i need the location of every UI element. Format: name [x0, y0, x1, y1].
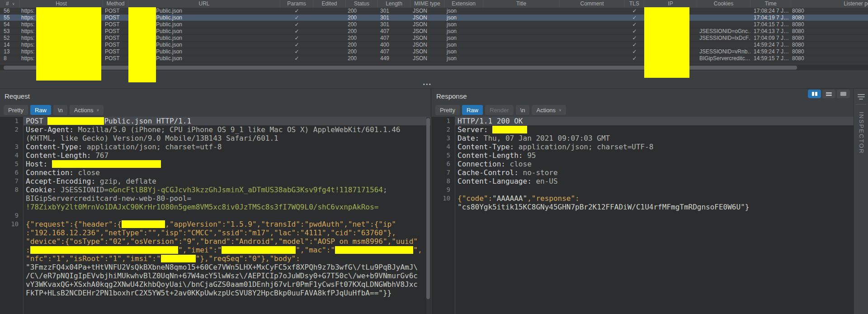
- editor-line: 3Date: Thu, 07 Jan 2021 09:07:03 GMT: [432, 134, 854, 143]
- line-content: Host:: [23, 160, 430, 168]
- column-header-cookies[interactable]: Cookies: [697, 0, 750, 8]
- column-header-status[interactable]: Status: [346, 0, 378, 8]
- cell-tls: ✓: [625, 48, 644, 55]
- cell-extension: json: [444, 35, 483, 42]
- cell-edited: [313, 35, 346, 42]
- column-header-url[interactable]: URL: [128, 0, 280, 8]
- cell-mime: JSON: [410, 55, 444, 62]
- response-tab-raw[interactable]: Raw: [462, 105, 483, 115]
- editor-line: 4Content-Length: 767: [0, 151, 430, 160]
- line-number: 4: [0, 151, 23, 160]
- response-tab-render[interactable]: Render: [485, 105, 514, 115]
- request-tab-raw[interactable]: Raw: [30, 105, 51, 115]
- column-header-time[interactable]: Time: [750, 0, 791, 8]
- response-tab-n[interactable]: \n: [516, 105, 530, 115]
- cell-params: ✓: [280, 21, 313, 28]
- inspector-menu-icon[interactable]: [858, 94, 865, 100]
- column-header-params[interactable]: Params: [280, 0, 313, 8]
- cell-extension: json: [444, 42, 483, 48]
- response-tab-pretty[interactable]: Pretty: [435, 105, 460, 115]
- cell-listener: 8080: [791, 28, 868, 35]
- request-tabs: PrettyRaw\nActions∨: [4, 105, 104, 115]
- cell-params: ✓: [280, 28, 313, 35]
- checkmark-icon: ✓: [632, 55, 637, 62]
- cell-time: 14:59:15 7 J…: [750, 55, 791, 62]
- cell-title: [483, 42, 560, 48]
- line-number: 4: [432, 143, 455, 151]
- cell-length: 407: [378, 35, 410, 42]
- request-panel-title: Request: [5, 92, 30, 100]
- response-panel-title: Response: [436, 92, 467, 100]
- cell-tls: ✓: [625, 21, 644, 28]
- line-number: 9: [0, 211, 23, 220]
- column-header-extension[interactable]: Extension: [444, 0, 483, 8]
- cell-method: POST: [103, 35, 128, 42]
- redaction-overlay: [335, 246, 413, 254]
- column-header-tls[interactable]: TLS: [625, 0, 644, 8]
- column-header-host[interactable]: Host: [20, 0, 103, 8]
- cell-tls: ✓: [625, 55, 644, 62]
- splitter-handle-icon[interactable]: •••: [423, 82, 432, 87]
- editor-line: 5Content-Length: 95: [432, 151, 854, 160]
- line-number: 5: [432, 151, 455, 160]
- cell-edited: [313, 14, 346, 21]
- cell-time: 17:04:15 7 J…: [750, 21, 791, 28]
- cell-num: 8: [0, 55, 20, 62]
- cell-comment: [560, 35, 625, 42]
- cell-mime: JSON: [410, 8, 444, 14]
- request-tab-n[interactable]: \n: [53, 105, 67, 115]
- line-number: 7: [0, 177, 23, 186]
- column-header-method[interactable]: Method: [103, 0, 128, 8]
- cell-comment: [560, 14, 625, 21]
- line-number: 3: [432, 134, 455, 143]
- line-content: Cookie: JSESSIONID=oGncFtlB8Yj-qCGJcvh3k…: [23, 186, 430, 211]
- column-header-length[interactable]: Length: [378, 0, 410, 8]
- cell-method: POST: [103, 14, 128, 21]
- cell-status: 200: [346, 48, 378, 55]
- checkmark-icon: ✓: [632, 48, 637, 55]
- column-header-mime[interactable]: MIME type: [410, 0, 444, 8]
- split-rows-view-button[interactable]: [822, 90, 835, 98]
- cell-listener: 8080: [791, 42, 868, 48]
- request-tab-actions[interactable]: Actions∨: [70, 105, 104, 115]
- editor-line: 10{"request":{"header":{,"appVersion":"1…: [0, 220, 430, 297]
- checkmark-icon: ✓: [294, 42, 299, 48]
- message-editors-area: Request PrettyRaw\nActions∨ 1POST Public…: [0, 88, 868, 314]
- editor-line: 2User-Agent: Mozilla/5.0 (iPhone; CPU iP…: [0, 125, 430, 143]
- request-editor[interactable]: 1POST Public.json HTTP/1.12User-Agent: M…: [0, 117, 430, 314]
- column-header-edited[interactable]: Edited: [313, 0, 346, 8]
- cell-method: POST: [103, 55, 128, 62]
- column-header-title[interactable]: Title: [483, 0, 560, 8]
- request-vertical-scrollbar-thumb[interactable]: [426, 118, 430, 299]
- single-pane-view-button[interactable]: [837, 90, 850, 98]
- cell-num: 53: [0, 28, 20, 35]
- cell-tls: ✓: [625, 28, 644, 35]
- column-header-ip[interactable]: IP: [644, 0, 697, 8]
- line-content: POST Public.json HTTP/1.1: [23, 117, 430, 125]
- cell-cookies: JSESSIONID=lxDcF…: [697, 35, 750, 42]
- response-tab-actions[interactable]: Actions∨: [532, 105, 566, 115]
- editor-line: 6Connection: close: [432, 160, 854, 168]
- response-tabs: PrettyRawRender\nActions∨: [435, 105, 566, 115]
- column-header-num[interactable]: #∨: [0, 0, 20, 8]
- request-vertical-scrollbar[interactable]: [426, 117, 430, 314]
- line-content: Server:: [455, 125, 854, 134]
- cell-params: ✓: [280, 55, 313, 62]
- line-content: Content-Language: en-US: [455, 177, 854, 186]
- column-header-listener[interactable]: Listener port: [791, 0, 868, 8]
- editor-line: 7Accept-Encoding: gzip, deflate: [0, 177, 430, 186]
- line-number: 6: [432, 160, 455, 168]
- cell-extension: json: [444, 8, 483, 14]
- cell-listener: 8080: [791, 8, 868, 14]
- inspector-tab[interactable]: INSPECTOR: [858, 112, 865, 154]
- redaction-overlay: [492, 126, 527, 133]
- cell-num: 52: [0, 35, 20, 42]
- line-content: {"code":"AAAAAA","response": "cs80Ygk5it…: [455, 194, 854, 211]
- column-header-comment[interactable]: Comment: [560, 0, 625, 8]
- split-columns-view-button[interactable]: [808, 90, 821, 98]
- cell-params: ✓: [280, 42, 313, 48]
- redaction-overlay-url: [128, 7, 156, 82]
- response-editor[interactable]: 1HTTP/1.1 200 OK2Server: 3Date: Thu, 07 …: [432, 117, 854, 314]
- request-tab-pretty[interactable]: Pretty: [4, 105, 28, 115]
- redaction-overlay: [222, 246, 296, 254]
